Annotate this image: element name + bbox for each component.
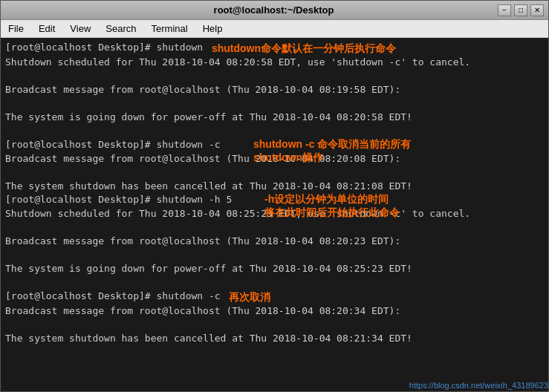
window-controls: − □ ✕ bbox=[498, 4, 544, 16]
terminal-line-6: The system is going down for power-off a… bbox=[5, 111, 544, 125]
terminal-line-18 bbox=[5, 276, 544, 290]
menu-file[interactable]: File bbox=[4, 22, 28, 36]
terminal-text: The system is going down for power-off a… bbox=[5, 262, 412, 276]
terminal-window: root@localhost:~/Desktop − □ ✕ File Edit… bbox=[0, 0, 549, 392]
terminal-text: [root@localhost Desktop]# shutdown bbox=[5, 41, 209, 55]
titlebar: root@localhost:~/Desktop − □ ✕ bbox=[1, 1, 548, 20]
terminal-line-21 bbox=[5, 318, 544, 332]
annotation-12b: 将在此时间后开始执行此命令 bbox=[264, 206, 400, 220]
terminal-text: The system is going down for power-off a… bbox=[5, 111, 412, 125]
terminal-line-4: Broadcast message from root@localhost (T… bbox=[5, 83, 544, 97]
terminal-line-5 bbox=[5, 97, 544, 111]
terminal-line-9 bbox=[5, 166, 544, 180]
close-button[interactable]: ✕ bbox=[530, 4, 544, 16]
minimize-button[interactable]: − bbox=[498, 4, 511, 16]
menu-edit[interactable]: Edit bbox=[34, 22, 59, 36]
annotation-8a: shutdown -c 命令取消当前的所有 bbox=[253, 138, 411, 151]
menu-search[interactable]: Search bbox=[101, 22, 140, 36]
annotation-8b: shutdown操作 bbox=[253, 151, 411, 165]
terminal-text: Broadcast message from root@localhost (T… bbox=[5, 83, 400, 97]
terminal-line-8-group: [root@localhost Desktop]# shutdown -c Br… bbox=[5, 138, 544, 166]
terminal-text: [root@localhost Desktop]# shutdown -h 5 bbox=[5, 193, 244, 207]
terminal-line-15: Broadcast message from root@localhost (T… bbox=[5, 235, 544, 249]
menubar: File Edit View Search Terminal Help bbox=[1, 20, 548, 38]
annotation-19: 再次取消 bbox=[229, 290, 270, 304]
terminal-line-14 bbox=[5, 221, 544, 235]
annotation-1: shutdown命令默认在一分钟后执行命令 bbox=[212, 41, 396, 56]
terminal-line-7 bbox=[5, 125, 544, 138]
terminal-text: The system shutdown has been cancelled a… bbox=[5, 332, 412, 346]
maximize-button[interactable]: □ bbox=[514, 4, 527, 16]
terminal-text: Broadcast message from root@localhost (T… bbox=[5, 235, 400, 249]
annotation-12a: -h设定以分钟为单位的时间 bbox=[264, 193, 400, 206]
terminal-line-20: Broadcast message from root@localhost (T… bbox=[5, 304, 544, 318]
terminal-body[interactable]: [root@localhost Desktop]# shutdown shutd… bbox=[1, 38, 548, 391]
terminal-text: Shutdown scheduled for Thu 2018-10-04 08… bbox=[5, 56, 470, 70]
terminal-text: Shutdown scheduled for Thu 2018-10-04 08… bbox=[5, 207, 470, 221]
terminal-line-22: The system shutdown has been cancelled a… bbox=[5, 332, 544, 346]
terminal-text: [root@localhost Desktop]# shutdown -c bbox=[5, 290, 226, 304]
terminal-text: The system shutdown has been cancelled a… bbox=[5, 180, 412, 194]
terminal-line-19: [root@localhost Desktop]# shutdown -c 再次… bbox=[5, 290, 544, 304]
window-title: root@localhost:~/Desktop bbox=[50, 4, 498, 16]
menu-view[interactable]: View bbox=[65, 22, 95, 36]
terminal-line-3 bbox=[5, 70, 544, 83]
terminal-line-13: Shutdown scheduled for Thu 2018-10-04 08… bbox=[5, 207, 470, 221]
terminal-line-1: [root@localhost Desktop]# shutdown shutd… bbox=[5, 41, 544, 56]
menu-help[interactable]: Help bbox=[198, 22, 227, 36]
menu-terminal[interactable]: Terminal bbox=[147, 22, 192, 36]
terminal-line-12: [root@localhost Desktop]# shutdown -h 5 bbox=[5, 193, 470, 207]
terminal-line-11: The system shutdown has been cancelled a… bbox=[5, 180, 544, 194]
terminal-text: Broadcast message from root@localhost (T… bbox=[5, 304, 400, 318]
terminal-text: [root@localhost Desktop]# shutdown -c bbox=[5, 138, 221, 152]
terminal-line-16 bbox=[5, 249, 544, 262]
watermark: https://blog.csdn.net/weixih_43189623 bbox=[409, 381, 548, 390]
terminal-line-2: Shutdown scheduled for Thu 2018-10-04 08… bbox=[5, 56, 544, 70]
terminal-line-12-group: [root@localhost Desktop]# shutdown -h 5 … bbox=[5, 193, 544, 221]
terminal-line-17: The system is going down for power-off a… bbox=[5, 262, 544, 276]
